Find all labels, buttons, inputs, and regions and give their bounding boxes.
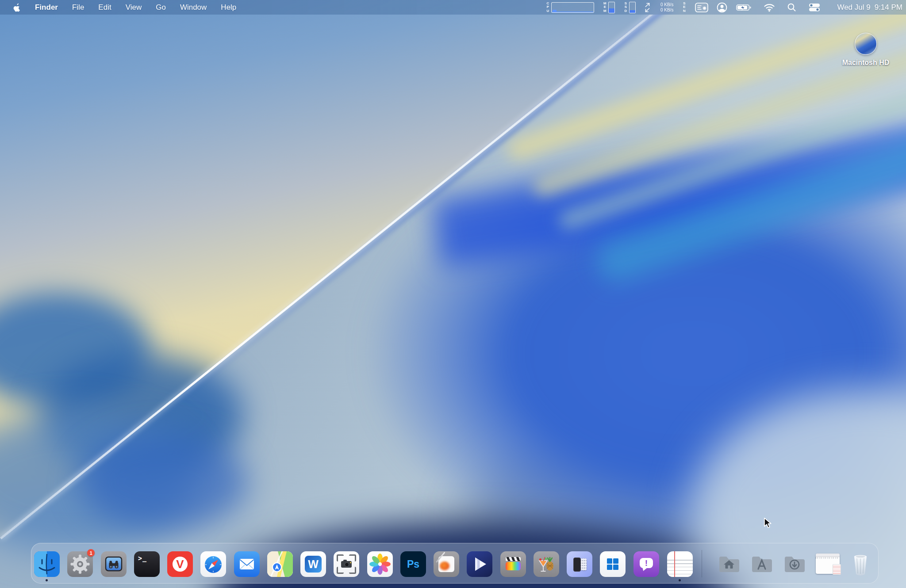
menu-help[interactable]: Help	[221, 3, 236, 12]
dock-system-settings-icon[interactable]: 1	[67, 551, 93, 577]
sensors-label: SEN	[682, 2, 686, 12]
cpu-history-graph	[551, 2, 594, 13]
dock-notepad-icon[interactable]	[667, 551, 693, 577]
iphone-shape	[573, 557, 581, 572]
dock-final-cut-pro-icon[interactable]	[500, 551, 526, 577]
dock-pixelmator-icon[interactable]	[434, 551, 459, 577]
dock-safari-icon[interactable]	[200, 551, 226, 577]
vivaldi-letter: V	[167, 551, 193, 577]
apple-menu-icon[interactable]	[13, 3, 21, 12]
dock-video-player-icon[interactable]	[467, 551, 492, 577]
control-center-icon[interactable]	[809, 3, 820, 11]
dock-word-icon[interactable]: W	[300, 551, 326, 577]
speech-bubble-tail	[641, 567, 647, 572]
macintosh-hd-label: Macintosh HD	[841, 59, 890, 67]
finder-running-indicator	[46, 579, 48, 581]
wallpaper-layer	[80, 433, 248, 531]
menu-window[interactable]: Window	[180, 3, 207, 12]
paint-blob	[440, 561, 449, 570]
network-upload-speed: 0 KB/s	[660, 2, 673, 8]
wallpaper	[0, 0, 906, 588]
dock-screen-sharing-icon[interactable]	[101, 551, 127, 577]
window-toolbar	[816, 554, 840, 557]
spotlight-search-icon[interactable]	[787, 3, 796, 12]
windows-logo	[607, 558, 618, 570]
window-notepad-corner	[833, 564, 841, 575]
mouse-cursor	[763, 517, 773, 531]
settings-notification-badge: 1	[87, 549, 95, 557]
dock-divider	[702, 550, 702, 577]
photoshop-letters: Ps	[407, 558, 419, 570]
ssd-monitor-widget[interactable]: SSD	[624, 2, 636, 13]
viewfinder-bracket	[349, 554, 356, 561]
menu-file[interactable]: File	[72, 3, 84, 12]
input-source-icon[interactable]	[695, 3, 708, 12]
dock-windows-app-icon[interactable]	[600, 551, 626, 577]
dock-trash-icon[interactable]	[848, 551, 873, 577]
network-speed-widget[interactable]: 0 KB/s 0 KB/s	[660, 2, 673, 12]
cpu-label: CPU	[546, 2, 550, 12]
clapperboard-screen	[506, 562, 521, 570]
dock-photos-icon[interactable]	[367, 551, 393, 577]
camera-flash-dot	[350, 562, 351, 563]
clock-time: 9:14 PM	[875, 3, 902, 12]
memory-label: MEM	[603, 2, 607, 12]
dock-iphone-mirroring-icon[interactable]	[567, 551, 592, 577]
speech-bubble: !	[640, 558, 653, 568]
menu-bar: Finder File Edit View Go Window Help CPU…	[0, 0, 906, 15]
menu-view[interactable]: View	[126, 3, 142, 12]
clock-date: Wed Jul 9	[837, 3, 870, 12]
menu-bar-clock[interactable]: Wed Jul 9 9:14 PM	[837, 3, 902, 12]
network-download-speed: 0 KB/s	[660, 8, 673, 13]
ssd-label: SSD	[624, 2, 628, 12]
menu-finder[interactable]: Finder	[35, 3, 58, 12]
dock-downloads-folder-icon[interactable]	[782, 551, 807, 577]
camera-lens	[345, 562, 349, 567]
dock-finder-icon[interactable]	[34, 551, 60, 577]
dock-mail-icon[interactable]	[234, 551, 260, 577]
battery-icon[interactable]	[736, 4, 752, 11]
macos-desktop: { "menu_bar": { "menus": ["Finder", "Fil…	[0, 0, 906, 588]
menu-bar-left: Finder File Edit View Go Window Help	[0, 3, 236, 12]
dock-terminal-icon[interactable]: >_	[134, 551, 160, 577]
cpu-monitor-widget[interactable]: CPU	[546, 2, 594, 12]
notepad-running-indicator	[679, 579, 681, 581]
dock-home-folder-icon[interactable]	[716, 551, 742, 577]
word-letter: W	[305, 556, 322, 573]
ssd-usage-bar	[629, 2, 636, 13]
wifi-icon[interactable]	[764, 3, 775, 12]
memory-usage-bar	[608, 2, 615, 13]
remote-device	[581, 558, 587, 570]
menu-go[interactable]: Go	[156, 3, 166, 12]
dock-applications-folder-icon[interactable]	[749, 551, 775, 577]
dock-maps-icon[interactable]	[267, 551, 293, 577]
dock-vivaldi-icon[interactable]: V	[167, 551, 193, 577]
viewfinder-bracket	[337, 567, 344, 574]
clapperboard-top	[506, 557, 521, 561]
viewfinder-bracket	[349, 567, 356, 574]
dock-alert-messenger-icon[interactable]: !	[633, 551, 659, 577]
viewfinder-bracket	[337, 554, 344, 561]
dock-photoshop-icon[interactable]: Ps	[400, 551, 426, 577]
margin-line	[674, 551, 675, 577]
user-account-icon[interactable]	[717, 2, 727, 13]
canvas	[438, 556, 454, 572]
ruled-lines	[667, 557, 693, 577]
menu-bar-status: CPU MEM SSD 0 KB/s 0 KB/s SEN	[546, 0, 902, 15]
dock-cocktail-media-icon[interactable]	[534, 551, 559, 577]
macintosh-hd-icon[interactable]	[855, 33, 877, 55]
memory-monitor-widget[interactable]: MEM	[603, 2, 615, 13]
dock-screenshot-icon[interactable]	[334, 551, 359, 577]
menu-edit[interactable]: Edit	[98, 3, 111, 12]
terminal-prompt-glyph: >_	[138, 554, 147, 562]
sensors-widget[interactable]: SEN	[682, 2, 686, 12]
dock-minimized-window[interactable]	[816, 554, 840, 574]
macintosh-hd-volume[interactable]: Macintosh HD	[841, 33, 890, 67]
network-arrows-icon[interactable]	[645, 3, 650, 12]
window-ruler	[816, 557, 840, 559]
